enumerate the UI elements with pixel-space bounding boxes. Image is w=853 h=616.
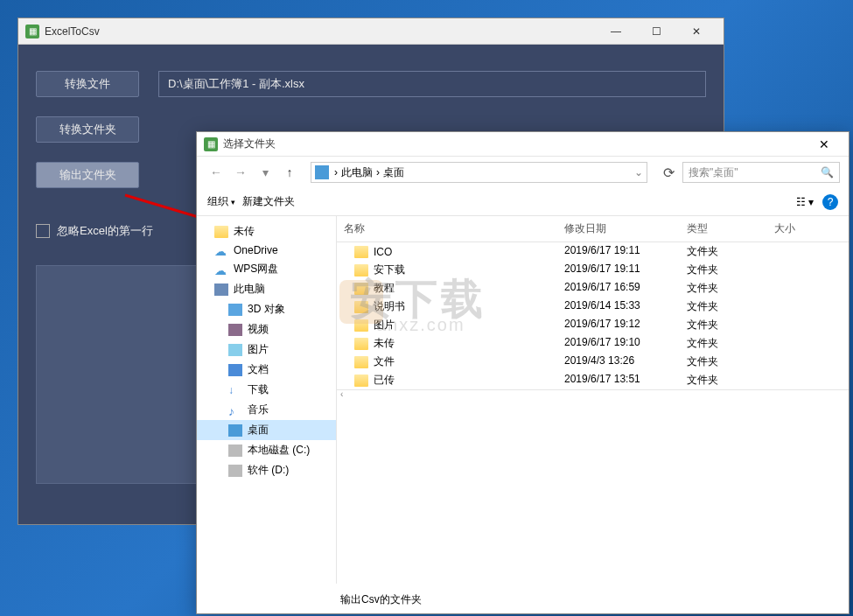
tree-item-label: 本地磁盘 (C:) (248, 443, 310, 458)
file-name: ICO (374, 246, 392, 258)
nav-recent-button[interactable]: ▾ (255, 162, 276, 183)
ignore-first-row-checkbox[interactable] (36, 224, 50, 238)
tree-item-label: 音乐 (248, 402, 269, 417)
horizontal-scrollbar[interactable]: ‹ (337, 389, 849, 398)
tree-item-label: 桌面 (248, 423, 269, 438)
folder-tree[interactable]: 未传☁OneDrive☁WPS网盘此电脑3D 对象视频图片文档↓下载♪音乐桌面本… (197, 216, 337, 584)
tree-item[interactable]: 文档 (197, 360, 336, 380)
tree-item-label: 未传 (234, 224, 255, 239)
organize-button[interactable]: 组织 (207, 194, 242, 209)
file-list: 名称 修改日期 类型 大小 ICO2019/6/17 19:11文件夹安下载20… (337, 216, 849, 584)
app-title: ExcelToCsv (45, 25, 596, 38)
file-name: 已传 (374, 373, 395, 388)
file-type: 文件夹 (680, 336, 767, 351)
tree-item[interactable]: 3D 对象 (197, 299, 336, 319)
dialog-icon: ▦ (204, 137, 218, 151)
tree-item-label: OneDrive (234, 244, 278, 256)
file-type: 文件夹 (680, 262, 767, 277)
file-row[interactable]: 安下载2019/6/17 19:11文件夹 (337, 261, 849, 279)
ignore-first-row-label: 忽略Excel的第一行 (57, 223, 153, 239)
blue-icon (228, 424, 242, 437)
file-type: 文件夹 (680, 299, 767, 314)
file-row[interactable]: 未传2019/6/17 19:10文件夹 (337, 334, 849, 353)
folder-icon (354, 283, 368, 295)
file-row[interactable]: 已传2019/6/17 13:51文件夹 (337, 371, 849, 389)
breadcrumb-root[interactable]: 此电脑 (341, 165, 373, 180)
file-row[interactable]: ICO2019/6/17 19:11文件夹 (337, 242, 849, 261)
folder-icon (354, 338, 368, 350)
dialog-close-button[interactable]: ✕ (807, 132, 842, 157)
music-icon: ♪ (228, 404, 242, 416)
maximize-button[interactable]: ☐ (636, 18, 676, 45)
cloud-icon: ☁ (214, 244, 228, 256)
file-row[interactable]: 教程2019/6/17 16:59文件夹 (337, 279, 849, 298)
tree-item[interactable]: 本地磁盘 (C:) (197, 440, 336, 460)
tree-item[interactable]: ↓下载 (197, 380, 336, 400)
file-row[interactable]: 说明书2019/6/14 15:33文件夹 (337, 298, 849, 316)
file-path-input[interactable] (158, 71, 706, 97)
file-type: 文件夹 (680, 281, 767, 296)
tree-item[interactable]: ☁OneDrive (197, 242, 336, 259)
toolbar: 组织 新建文件夹 ☷ ▾ ? (197, 188, 849, 216)
tree-item[interactable]: 软件 (D:) (197, 460, 336, 480)
output-folder-button[interactable]: 输出文件夹 (36, 162, 139, 188)
nav-bar: ← → ▾ ↑ › 此电脑 › 桌面 ⌄ ⟳ 搜索"桌面" 🔍 (197, 157, 849, 188)
obj-icon (228, 304, 242, 316)
new-folder-button[interactable]: 新建文件夹 (242, 194, 302, 209)
folder-icon (214, 226, 228, 238)
file-date: 2019/4/3 13:26 (557, 354, 680, 369)
folder-icon (354, 246, 368, 258)
close-button[interactable]: ✕ (676, 18, 717, 45)
tree-item-label: WPS网盘 (234, 262, 278, 276)
tree-item-label: 软件 (D:) (248, 463, 289, 478)
help-button[interactable]: ? (822, 194, 838, 210)
nav-up-button[interactable]: ↑ (279, 162, 300, 183)
file-name: 图片 (374, 318, 395, 332)
convert-file-button[interactable]: 转换文件 (36, 71, 139, 97)
tree-item-label: 下载 (248, 382, 269, 397)
folder-icon (354, 264, 368, 276)
convert-folder-button[interactable]: 转换文件夹 (36, 116, 139, 143)
tree-item[interactable]: 桌面 (197, 420, 336, 440)
app-titlebar: ▦ ExcelToCsv — ☐ ✕ (18, 18, 724, 45)
tree-item-label: 3D 对象 (248, 302, 285, 317)
doc-icon (228, 364, 242, 376)
view-mode-button[interactable]: ☷ ▾ (796, 196, 814, 208)
app-icon: ▦ (25, 24, 39, 38)
video-icon (228, 324, 242, 336)
file-row[interactable]: 文件2019/4/3 13:26文件夹 (337, 353, 849, 371)
breadcrumb-current[interactable]: 桌面 (383, 165, 404, 180)
tree-item-label: 视频 (248, 322, 269, 337)
file-name: 文件 (374, 354, 395, 369)
nav-back-button[interactable]: ← (206, 162, 227, 183)
folder-icon (354, 319, 368, 332)
tree-item[interactable]: ☁WPS网盘 (197, 259, 336, 279)
drive-icon (228, 465, 242, 477)
pc-icon (214, 284, 228, 296)
tree-item[interactable]: 图片 (197, 340, 336, 360)
minimize-button[interactable]: — (596, 18, 636, 45)
address-bar[interactable]: › 此电脑 › 桌面 ⌄ (311, 162, 647, 183)
file-date: 2019/6/17 19:12 (557, 318, 680, 332)
dialog-titlebar: ▦ 选择文件夹 ✕ (197, 132, 849, 157)
tree-item[interactable]: 此电脑 (197, 279, 336, 299)
folder-dialog: ▦ 选择文件夹 ✕ ← → ▾ ↑ › 此电脑 › 桌面 ⌄ ⟳ 搜索"桌面" … (196, 131, 850, 614)
file-name: 说明书 (374, 299, 405, 314)
file-row[interactable]: 图片2019/6/17 19:12文件夹 (337, 316, 849, 334)
col-name[interactable]: 名称 (337, 216, 557, 242)
tree-item-label: 此电脑 (234, 282, 265, 297)
col-date[interactable]: 修改日期 (557, 216, 680, 242)
drive-icon (228, 444, 242, 457)
search-input[interactable]: 搜索"桌面" 🔍 (682, 162, 840, 183)
tree-item[interactable]: ♪音乐 (197, 400, 336, 420)
col-type[interactable]: 类型 (680, 216, 767, 242)
col-size[interactable]: 大小 (767, 216, 849, 242)
tree-item[interactable]: 视频 (197, 319, 336, 340)
tree-item[interactable]: 未传 (197, 221, 336, 242)
cloud-icon: ☁ (214, 263, 228, 276)
refresh-button[interactable]: ⟳ (658, 162, 679, 183)
address-dropdown-icon[interactable]: ⌄ (634, 166, 643, 178)
tree-item-label: 图片 (248, 342, 269, 357)
nav-forward-button[interactable]: → (230, 162, 251, 183)
list-header: 名称 修改日期 类型 大小 (337, 216, 849, 242)
